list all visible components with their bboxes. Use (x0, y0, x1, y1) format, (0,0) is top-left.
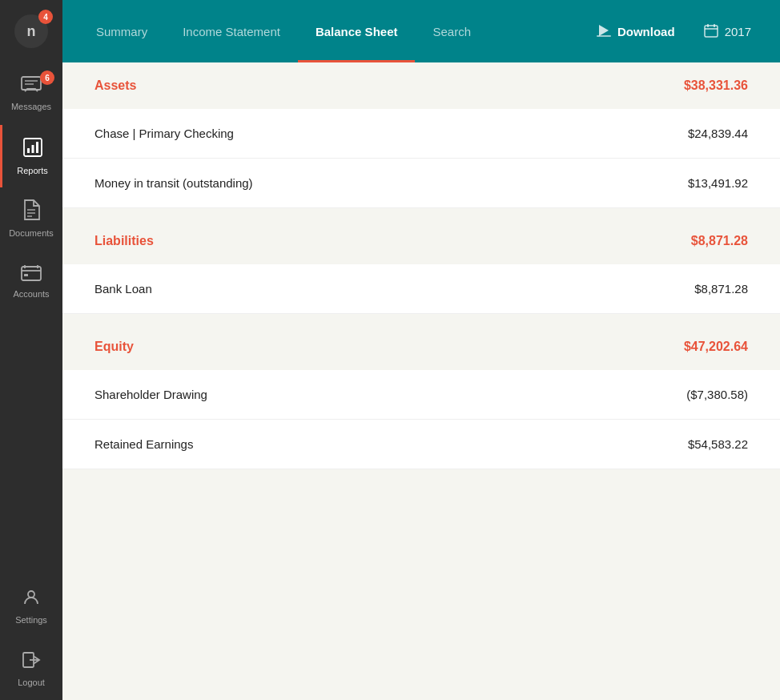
table-row: Bank Loan $8,871.28 (62, 264, 780, 314)
sidebar-item-accounts[interactable]: Accounts (0, 250, 62, 312)
assets-section-header: Assets $38,331.36 (62, 62, 780, 109)
equity-total: $47,202.64 (684, 340, 748, 354)
row-label: Retained Earnings (94, 437, 193, 451)
settings-label: Settings (15, 615, 47, 625)
svg-rect-5 (31, 145, 34, 153)
row-label: Chase | Primary Checking (94, 127, 234, 140)
row-value: ($7,380.58) (686, 388, 748, 401)
documents-label: Documents (9, 228, 54, 238)
sidebar-item-logout[interactable]: Logout (0, 638, 62, 700)
sidebar-item-reports[interactable]: Reports (0, 125, 62, 187)
balance-sheet-table: Assets $38,331.36 Chase | Primary Checki… (62, 62, 780, 469)
table-row: Retained Earnings $54,583.22 (62, 420, 780, 469)
nav-right-actions: Download 2017 (584, 0, 764, 62)
download-button[interactable]: Download (584, 0, 688, 62)
logo-area: n 4 (0, 0, 62, 62)
tab-search[interactable]: Search (415, 0, 489, 62)
table-row: Chase | Primary Checking $24,839.44 (62, 109, 780, 159)
reports-icon (22, 137, 43, 161)
sidebar-item-documents[interactable]: Documents (0, 187, 62, 250)
calendar-icon (704, 23, 718, 40)
section-gap (62, 208, 780, 218)
messages-label: Messages (11, 102, 51, 111)
row-label: Shareholder Drawing (94, 388, 207, 401)
tab-summary[interactable]: Summary (78, 0, 165, 62)
section-gap (62, 314, 780, 324)
settings-icon (22, 588, 41, 610)
tab-income-statement[interactable]: Income Statement (165, 0, 298, 62)
messages-icon (21, 76, 42, 97)
accounts-label: Accounts (13, 289, 49, 299)
row-value: $24,839.44 (688, 127, 748, 140)
messages-badge: 6 (40, 70, 54, 85)
svg-marker-17 (599, 25, 609, 36)
svg-rect-18 (597, 35, 611, 37)
logo-badge: 4 (38, 10, 53, 24)
year-selector[interactable]: 2017 (691, 0, 764, 62)
svg-point-14 (28, 591, 34, 597)
row-value: $8,871.28 (694, 282, 748, 296)
svg-rect-11 (24, 274, 28, 276)
download-icon (597, 23, 611, 40)
equity-title: Equity (94, 340, 134, 354)
svg-rect-10 (22, 267, 41, 280)
tab-balance-sheet[interactable]: Balance Sheet (298, 0, 416, 62)
sidebar-item-messages[interactable]: 6 Messages (0, 62, 62, 125)
sidebar: n 4 6 Messages Reports (0, 0, 62, 700)
liabilities-total: $8,871.28 (691, 234, 748, 248)
row-label: Bank Loan (94, 282, 152, 296)
sidebar-bottom: Settings Logout (0, 575, 62, 700)
assets-title: Assets (94, 78, 136, 93)
content-area: Assets $38,331.36 Chase | Primary Checki… (62, 62, 780, 700)
sidebar-item-settings[interactable]: Settings (0, 575, 62, 638)
logout-label: Logout (18, 678, 45, 687)
logout-icon (22, 650, 41, 673)
accounts-icon (21, 264, 42, 284)
liabilities-title: Liabilities (94, 234, 154, 248)
table-row: Shareholder Drawing ($7,380.58) (62, 370, 780, 420)
reports-label: Reports (17, 166, 48, 175)
main-area: Summary Income Statement Balance Sheet S… (62, 0, 780, 700)
liabilities-section-header: Liabilities $8,871.28 (62, 218, 780, 264)
svg-rect-6 (36, 142, 38, 153)
documents-icon (22, 199, 40, 223)
equity-section-header: Equity $47,202.64 (62, 324, 780, 370)
row-value: $54,583.22 (688, 437, 748, 451)
svg-rect-19 (705, 26, 718, 37)
row-label: Money in transit (outstanding) (94, 176, 253, 190)
svg-rect-4 (27, 148, 30, 153)
row-value: $13,491.92 (688, 176, 748, 190)
top-navigation: Summary Income Statement Balance Sheet S… (62, 0, 780, 62)
assets-total: $38,331.36 (684, 78, 748, 93)
table-row: Money in transit (outstanding) $13,491.9… (62, 159, 780, 208)
svg-rect-0 (22, 77, 41, 90)
